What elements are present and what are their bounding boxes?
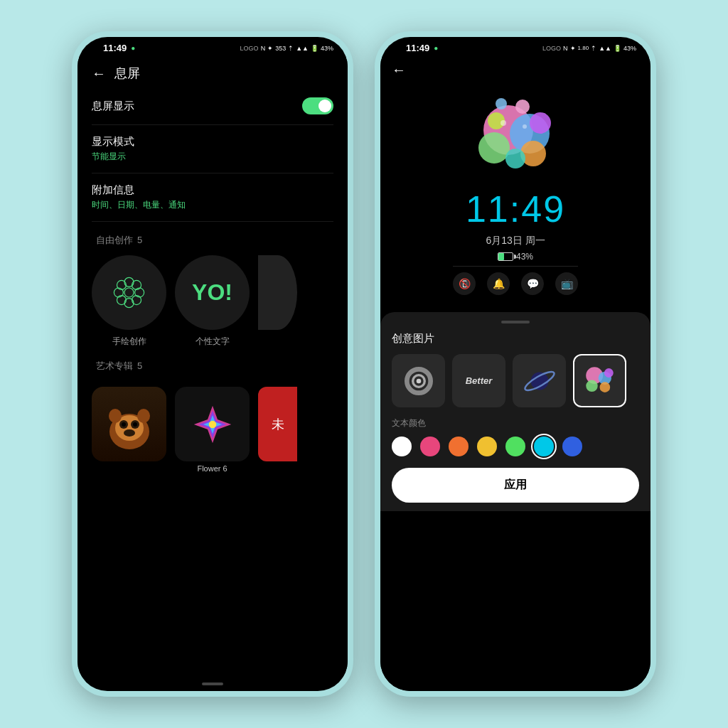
thumb-bubbles[interactable] <box>573 354 626 407</box>
svg-point-5 <box>117 280 126 289</box>
aod-label-text: 息屏显示 <box>92 100 134 113</box>
left-wifi-icon: ⇡ <box>288 45 294 52</box>
left-content: ← 息屏 息屏显示 显示模式 节能显示 附加信息 时间、日期、电量、通知 <box>77 56 348 677</box>
punch-hole-left <box>92 45 99 52</box>
svg-point-35 <box>416 378 421 383</box>
right-phone-wrapper: 11:49 ● LOGO N ✦ 1.80 ⇡ ▲▲ 🔋 43% ← <box>375 31 656 697</box>
left-status-right: LOGO N ✦ 353 ⇡ ▲▲ 🔋 43% <box>240 45 333 52</box>
thumb-scroll: Better <box>392 354 639 407</box>
flower-label: Flower 6 <box>175 464 250 473</box>
battery-display-icon <box>498 252 513 261</box>
notif-icon-tv: 📺 <box>555 272 578 295</box>
clock-area: 11:49 6月13日 周一 43% 📵 🔔 💬 📺 <box>380 84 651 312</box>
extra-info-label: 附加信息 <box>92 183 186 197</box>
svg-point-42 <box>604 368 614 378</box>
yo-item[interactable]: YO! 个性文字 <box>175 255 250 348</box>
right-phone: 11:49 ● LOGO N ✦ 1.80 ⇡ ▲▲ 🔋 43% ← <box>380 37 651 691</box>
svg-point-15 <box>124 429 135 437</box>
partial-item[interactable] <box>258 255 297 348</box>
aod-toggle[interactable] <box>302 97 333 114</box>
flower-art-item[interactable]: Flower 6 <box>175 387 250 473</box>
svg-point-21 <box>208 420 216 428</box>
bottom-panel: 创意图片 Better <box>380 312 651 511</box>
left-battery-icon: 🔋 <box>311 45 318 52</box>
svg-point-14 <box>133 422 137 427</box>
svg-point-31 <box>500 120 506 126</box>
partial-label: 未 <box>272 416 284 433</box>
battery-display-pct: 43% <box>516 252 533 262</box>
left-signal-val: 353 <box>275 45 286 52</box>
handdrawn-item[interactable]: 手绘创作 <box>92 255 166 348</box>
right-status-dot: ● <box>434 44 438 52</box>
planet-icon <box>522 363 557 399</box>
svg-point-8 <box>117 296 126 305</box>
extra-info-sub: 时间、日期、电量、通知 <box>92 199 186 211</box>
color-blue[interactable] <box>562 437 582 456</box>
svg-point-13 <box>122 422 126 427</box>
handdrawn-label: 手绘创作 <box>112 336 146 348</box>
left-phone-wrapper: 11:49 ● LOGO N ✦ 353 ⇡ ▲▲ 🔋 43% ← 息屏 <box>72 31 353 697</box>
right-back[interactable]: ← <box>380 56 651 84</box>
thumb-planet[interactable] <box>513 354 566 407</box>
color-green[interactable] <box>505 437 525 456</box>
color-yellow[interactable] <box>477 437 497 456</box>
back-arrow-left[interactable]: ← <box>92 65 106 82</box>
flower-art-svg <box>188 400 237 449</box>
partial-red-thumb[interactable]: 未 <box>258 387 297 461</box>
right-status-bar: 11:49 ● LOGO N ✦ 1.80 ⇡ ▲▲ 🔋 43% <box>380 37 651 56</box>
left-page-title: 息屏 <box>114 65 140 82</box>
bubbles-thumb-icon <box>580 361 619 400</box>
svg-point-16 <box>109 409 122 423</box>
partial-thumb <box>258 255 297 330</box>
color-cyan[interactable] <box>534 437 554 456</box>
setting-extra-info[interactable]: 附加信息 时间、日期、电量、通知 <box>92 173 333 222</box>
better-text: Better <box>466 375 493 386</box>
left-status-dot: ● <box>131 44 135 52</box>
panda-svg <box>101 396 158 453</box>
color-row <box>392 437 639 456</box>
svg-point-6 <box>132 296 141 305</box>
notif-icon-phone: 📵 <box>453 272 476 295</box>
left-bt-icon: ✦ <box>267 45 273 52</box>
free-creation-title: 自由创作5 <box>92 222 333 255</box>
panda-thumb[interactable] <box>92 387 166 461</box>
svg-point-32 <box>523 124 527 129</box>
color-section-title: 文本颜色 <box>392 417 639 429</box>
art-album-grid: Flower 6 未 <box>92 387 333 473</box>
battery-row: 43% <box>498 252 533 262</box>
thumb-rings[interactable] <box>392 354 445 407</box>
thumb-better[interactable]: Better <box>452 354 505 407</box>
art-album-title: 艺术专辑5 <box>92 348 333 381</box>
notif-icon-chat: 💬 <box>521 272 544 295</box>
left-battery-pct: 43% <box>321 45 333 52</box>
bubbles-art <box>462 91 569 183</box>
left-time: 11:49 <box>103 43 127 53</box>
setting-aod: 息屏显示 <box>92 87 333 125</box>
apply-button[interactable]: 应用 <box>392 468 639 503</box>
right-status-right: LOGO N ✦ 1.80 ⇡ ▲▲ 🔋 43% <box>542 45 636 52</box>
right-batt-icon: 🔋 <box>614 45 621 52</box>
rings-icon <box>401 363 437 399</box>
battery-fill <box>498 253 504 260</box>
svg-point-26 <box>530 112 551 134</box>
left-logo-icon: LOGO <box>240 45 259 52</box>
svg-point-7 <box>132 280 141 289</box>
color-orange[interactable] <box>449 437 469 456</box>
flower-art-thumb <box>175 387 250 461</box>
color-pink[interactable] <box>420 437 440 456</box>
svg-point-28 <box>505 149 525 168</box>
svg-point-0 <box>124 288 134 297</box>
right-time: 11:49 <box>406 43 429 53</box>
color-white[interactable] <box>392 437 412 456</box>
flower-outline-icon <box>106 269 152 316</box>
svg-point-29 <box>515 100 530 114</box>
panel-title: 创意图片 <box>392 332 639 346</box>
bubbles-svg <box>462 91 569 183</box>
free-creation-grid: 手绘创作 YO! 个性文字 <box>92 255 333 348</box>
svg-point-24 <box>478 132 510 164</box>
right-signal: ▲▲ <box>599 45 611 52</box>
left-status-bar: 11:49 ● LOGO N ✦ 353 ⇡ ▲▲ 🔋 43% <box>77 37 348 56</box>
right-preview-content: ← <box>380 56 651 691</box>
setting-display-mode[interactable]: 显示模式 节能显示 <box>92 125 333 173</box>
panda-bg <box>92 387 166 461</box>
